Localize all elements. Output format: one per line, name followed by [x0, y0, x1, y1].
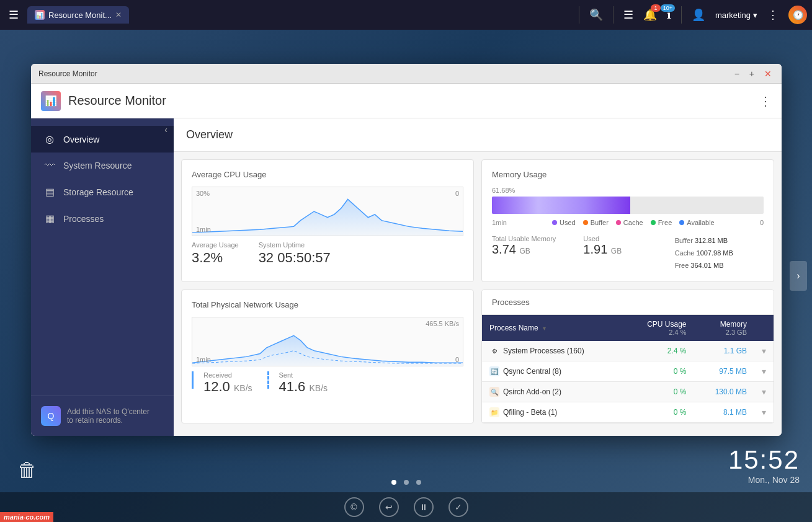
sidebar: ‹ ◎ Overview 〰 System Resource ▤ Storage…	[31, 118, 174, 436]
divider-3	[681, 6, 682, 24]
process-name-cell-1: 🔄 Qsync Central (8)	[482, 361, 624, 382]
content-header: Overview	[174, 118, 782, 152]
maximize-button[interactable]: +	[747, 68, 757, 80]
qcenter-promo-inner: Q Add this NAS to Q'centerto retain reco…	[41, 406, 164, 426]
user-button[interactable]: marketing ▾	[715, 11, 757, 20]
legend-buffer: Buffer	[583, 219, 609, 226]
sidebar-item-overview[interactable]: ◎ Overview	[31, 126, 174, 153]
cpu-card-title: Average CPU Usage	[192, 170, 463, 179]
legend-cache: Cache	[616, 219, 643, 226]
processes-table: Process Name ▾ CPU Usage 2.4 % Memory	[482, 315, 774, 423]
dock-icon-copyright[interactable]: ©	[344, 497, 364, 517]
legend-free: Free	[651, 219, 672, 226]
window-titlebar: Resource Monitor − + ✕	[31, 64, 782, 84]
app-title: Resource Monitor	[68, 94, 166, 108]
process-cpu-0: 2.4 %	[624, 341, 694, 361]
legend-free-dot	[651, 220, 656, 225]
qcenter-promo-text: Add this NAS to Q'centerto retain record…	[67, 407, 149, 425]
network-card: Total Physical Network Usage 465.5 KB/s …	[181, 290, 474, 423]
window-controls: − + ✕	[732, 68, 774, 80]
legend-available-label: Available	[687, 219, 714, 226]
taskbar-more-button[interactable]: ⋮	[767, 8, 779, 22]
clock-icon[interactable]: 🕐	[788, 6, 807, 24]
sidebar-collapse-button[interactable]: ‹	[164, 125, 167, 135]
memory-0-label: 0	[760, 219, 764, 231]
desktop-dot-2[interactable]	[404, 480, 409, 485]
memory-card: Memory Usage 61.68% 1min Used	[481, 159, 774, 282]
process-memory-0: 1.1 GB	[694, 341, 755, 361]
sent-stat: Sent 41.6 KB/s	[267, 371, 328, 395]
dock-icon-pause[interactable]: ⏸	[414, 497, 434, 517]
network-stats: Received 12.0 KB/s Sent	[192, 371, 463, 395]
main-content: Overview Average CPU Usage 30% 0 1min	[174, 118, 782, 436]
processes-card-header: Processes	[482, 290, 774, 315]
sort-icon[interactable]: ▾	[543, 325, 546, 332]
received-label: Received	[203, 371, 252, 379]
dock-icon-check[interactable]: ✓	[448, 497, 468, 517]
avg-usage-label: Average Usage	[192, 241, 239, 249]
process-expand-3[interactable]: ▾	[754, 402, 774, 423]
legend-cache-dot	[616, 220, 621, 225]
process-name-3: Qfiling - Beta (1)	[503, 408, 557, 417]
legend-cache-label: Cache	[623, 219, 643, 226]
table-row: 🔍 Qsirch Add-on (2) 0 % 130.0 MB ▾	[482, 382, 774, 402]
buffer-detail: Buffer 312.81 MB	[675, 235, 764, 247]
legend-buffer-dot	[583, 220, 588, 225]
notification-badge: 1	[651, 4, 661, 12]
process-memory-3: 8.1 MB	[694, 402, 755, 423]
notification-button[interactable]: 🔔 1	[643, 8, 657, 22]
table-row: ⚙ System Processes (160) 2.4 % 1.1 GB ▾	[482, 341, 774, 361]
process-expand-2[interactable]: ▾	[754, 382, 774, 402]
search-button[interactable]: 🔍	[589, 8, 603, 22]
processes-icon: ▦	[43, 213, 56, 224]
info-button[interactable]: ℹ 10+	[667, 8, 671, 22]
process-icon-3: 📁	[489, 407, 499, 417]
memory-details: Buffer 312.81 MB Cache 1007.98 MB Free 3…	[675, 235, 764, 272]
sidebar-item-processes[interactable]: ▦ Processes	[31, 205, 174, 232]
resource-monitor-window: Resource Monitor − + ✕ 📊 Resource Monito…	[31, 64, 782, 436]
sidebar-item-system-resource-label: System Resource	[63, 161, 132, 170]
received-details: Received 12.0 KB/s	[203, 371, 252, 395]
cpu-chart-right-label: 0	[455, 190, 459, 197]
memory-chart-label: 61.68%	[492, 187, 764, 194]
cpu-stats: Average Usage 3.2% System Uptime 32 05:5…	[192, 241, 463, 266]
process-name-1: Qsync Central (8)	[503, 367, 561, 376]
info-badge: 10+	[661, 4, 675, 12]
sidebar-item-system-resource[interactable]: 〰 System Resource	[31, 153, 174, 179]
cpu-chart-top-label: 30%	[196, 190, 210, 197]
process-name-0: System Processes (160)	[503, 347, 584, 355]
resource-monitor-tab[interactable]: 📊 Resource Monit... ✕	[27, 6, 129, 24]
sent-label: Sent	[279, 371, 328, 379]
received-stat: Received 12.0 KB/s	[192, 371, 252, 395]
memory-chart-labels: 1min Used Buffer	[492, 219, 764, 231]
app-menu-button[interactable]: ⋮	[759, 94, 772, 108]
memory-1min-label: 1min	[492, 219, 507, 231]
sidebar-item-storage-resource[interactable]: ▤ Storage Resource	[31, 179, 174, 205]
minimize-button[interactable]: −	[732, 68, 742, 80]
dock-icon-refresh[interactable]: ↩	[379, 497, 399, 517]
process-memory-2: 130.0 MB	[694, 382, 755, 402]
network-0-label: 0	[455, 356, 459, 363]
cpu-chart-bottom-label: 1min	[196, 226, 211, 233]
process-name-cell-2: 🔍 Qsirch Add-on (2)	[482, 382, 624, 402]
process-expand-1[interactable]: ▾	[754, 361, 774, 382]
right-arrow-button[interactable]: ›	[790, 261, 807, 291]
qcenter-promo[interactable]: Q Add this NAS to Q'centerto retain reco…	[31, 396, 174, 436]
process-name-2: Qsirch Add-on (2)	[503, 387, 561, 396]
close-button[interactable]: ✕	[762, 68, 774, 80]
desktop-dot-1[interactable]	[391, 480, 396, 485]
task-button[interactable]: ☰	[623, 8, 633, 22]
process-name-cell-0: ⚙ System Processes (160)	[482, 341, 624, 361]
username-label: marketing	[715, 11, 751, 20]
tab-close-button[interactable]: ✕	[115, 11, 122, 19]
process-icon-0: ⚙	[489, 346, 499, 356]
total-memory-stat: Total Usable Memory 3.74 GB	[492, 235, 581, 257]
app-logo: 📊	[41, 91, 61, 111]
process-expand-0[interactable]: ▾	[754, 341, 774, 361]
system-resource-icon: 〰	[43, 160, 56, 171]
sidebar-item-processes-label: Processes	[63, 214, 104, 224]
menu-button[interactable]: ☰	[5, 4, 22, 25]
desktop-dot-3[interactable]	[416, 480, 421, 485]
desktop-dock: © ↩ ⏸ ✓	[0, 492, 812, 522]
network-card-title: Total Physical Network Usage	[192, 300, 463, 309]
